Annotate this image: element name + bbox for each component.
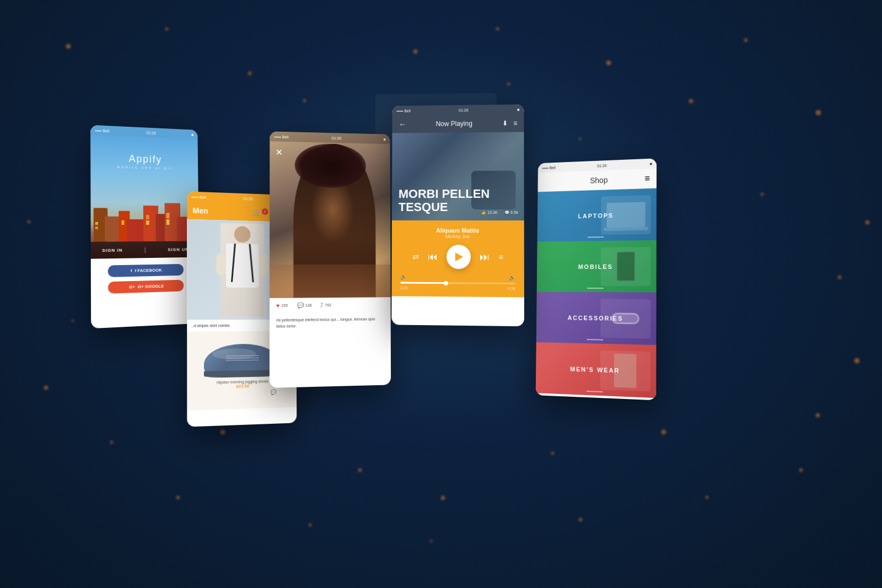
phone1-signup[interactable]: SIGN UP <box>168 247 189 252</box>
progress-thumb[interactable] <box>444 281 448 285</box>
phone1-sign-bar: SIGN IN | SIGN UP <box>91 241 199 258</box>
phone3-reactions: ♥ 235 💬 138 ⤴ 762 <box>270 297 391 313</box>
phone1-buttons-area: f f FACEBOOK G+ G+ GOOGLE <box>91 257 200 301</box>
category-mobiles-label: MOBILES <box>578 263 613 269</box>
eq-button[interactable]: ≡ <box>498 252 503 261</box>
category-mobiles[interactable]: MOBILES <box>537 240 657 293</box>
phone3-article-content: rbi pellentesque eleifend lectus qui... … <box>276 317 375 328</box>
phone3-like-icon[interactable]: ♥ <box>276 303 279 309</box>
phone1-time: 01:26 <box>147 131 156 135</box>
phone3-article-text: rbi pellentesque eleifend lectus qui... … <box>270 312 391 334</box>
phone1-signin[interactable]: SIGN IN <box>102 247 122 253</box>
phone4-player-controls: ⇄ ⏮ ⏭ ≡ <box>399 245 518 269</box>
phone2-shoe-price: $23.50 <box>204 383 281 390</box>
phone1-app-title: Appify <box>117 153 174 166</box>
phone2-title: Men <box>192 206 208 215</box>
phone4-player-section: Aliquam Mattis Mickey Joe ⇄ ⏮ ⏭ ≡ 🔈 🔊 <box>392 220 524 298</box>
phone4-battery: ■ <box>517 107 519 111</box>
phone3-comment-count: 138 <box>305 303 312 307</box>
phone-shop-categories: ••••• Bell 01:26 ■ Shop ≡ LAPTOPS MOBILE… <box>536 158 657 400</box>
category-laptops[interactable]: LAPTOPS <box>537 188 657 242</box>
phone1-signal: ••••• Bell <box>95 128 109 133</box>
next-button[interactable]: ⏭ <box>480 251 490 263</box>
facebook-login-button[interactable]: f f FACEBOOK <box>108 264 184 277</box>
phone1-hero: Appify MOBILE APP UI KIT SIGN IN | SIGN … <box>90 135 199 259</box>
phone4-track-artist: Mickey Joe <box>399 234 518 240</box>
phone4-track-name: Aliquam Mattis <box>399 227 518 234</box>
progress-fill <box>400 282 446 284</box>
phone3-hero-photo: ••••• Bell 01:26 ■ ✕ <box>270 131 391 298</box>
phone1-battery: ■ <box>191 133 193 137</box>
phone4-download-icon[interactable]: ⬇ <box>502 120 508 127</box>
phone4-back-icon[interactable]: ← <box>399 120 406 129</box>
phone5-time: 01:26 <box>597 164 606 168</box>
phones-display: ••••• Bell 01:26 ■ <box>0 0 882 588</box>
shoe-wishlist-icon[interactable]: ♡ <box>263 390 268 395</box>
play-pause-button[interactable] <box>447 245 471 269</box>
volume-icon[interactable]: 🔈 <box>400 274 406 280</box>
fb-icon: f <box>131 268 132 273</box>
google-icon: G+ <box>129 284 135 289</box>
shuffle-button[interactable]: ⇄ <box>412 252 419 261</box>
category-accessories-label: ACCESSORIES <box>568 314 623 321</box>
time-total: 4:28 <box>508 287 515 290</box>
phone4-time: 01:26 <box>459 108 468 112</box>
phone5-header-title: Shop <box>590 175 607 185</box>
phone5-battery: ■ <box>650 161 652 165</box>
shoe-comment-icon[interactable]: 💬 <box>271 390 277 395</box>
category-accessories[interactable]: ACCESSORIES <box>536 292 657 345</box>
phone3-comment-item: 💬 138 <box>297 302 311 308</box>
category-menswear[interactable]: MEN'S WEAR <box>536 342 657 398</box>
progress-track[interactable] <box>400 282 515 285</box>
phone3-comment-icon[interactable]: 💬 <box>297 303 303 309</box>
phone2-time: 01:25 <box>244 197 253 201</box>
phone-now-playing: ••••• Bell 01:26 ■ ← Now Playing ⬇ ≡ MOR… <box>391 104 524 326</box>
phone3-like-item: ♥ 235 <box>276 303 288 309</box>
phone3-share-count: 762 <box>325 303 331 307</box>
phone4-song-title: MORBI PELLEN TESQUE <box>399 187 518 214</box>
phone5-signal: ••••• Bell <box>542 165 556 170</box>
phone3-status-bar: ••••• Bell 01:26 ■ <box>270 131 390 144</box>
google-login-button[interactable]: G+ G+ GOOGLE <box>108 280 184 294</box>
cart-icon[interactable]: 🛒 <box>253 209 261 216</box>
time-labels: 2:11 4:28 <box>400 286 515 291</box>
prev-button[interactable]: ⏮ <box>428 251 438 262</box>
time-current: 2:11 <box>400 286 408 290</box>
phone3-time: 01:26 <box>332 136 341 140</box>
phone4-progress-wrapper: 🔈 🔊 2:11 4:28 <box>400 274 515 291</box>
phone5-menu-icon[interactable]: ≡ <box>644 173 650 183</box>
phone3-like-count: 235 <box>281 304 288 308</box>
phone2-signal: ••••• Bell <box>191 195 206 199</box>
phone3-share-icon[interactable]: ⤴ <box>320 302 323 308</box>
phone4-hero-section: MORBI PELLEN TESQUE 👍 15.3K 💬 9.5K <box>392 132 524 220</box>
volume-high-icon[interactable]: 🔊 <box>509 275 515 280</box>
phone4-header: ← Now Playing ⬇ ≡ <box>392 114 524 133</box>
category-laptops-label: LAPTOPS <box>578 212 614 219</box>
phone-appify-login: ••••• Bell 01:26 ■ <box>90 125 200 328</box>
phone4-menu-icon[interactable]: ≡ <box>513 120 517 127</box>
phone3-close-button[interactable]: ✕ <box>275 147 282 158</box>
phone-social-article: ••••• Bell 01:26 ■ ✕ ♥ 235 💬 138 <box>270 131 391 388</box>
phone4-header-title: Now Playing <box>436 120 472 128</box>
phone3-signal: ••••• Bell <box>274 134 288 139</box>
phone2-product-title: ..d stripes shirt combo <box>191 323 229 327</box>
phone3-share-item: ⤴ 762 <box>320 302 331 308</box>
category-menswear-label: MEN'S WEAR <box>570 365 620 374</box>
phone4-signal: ••••• Bell <box>396 109 410 112</box>
phone3-battery: ■ <box>384 137 386 141</box>
phone4-track-info: Aliquam Mattis Mickey Joe <box>399 227 518 239</box>
